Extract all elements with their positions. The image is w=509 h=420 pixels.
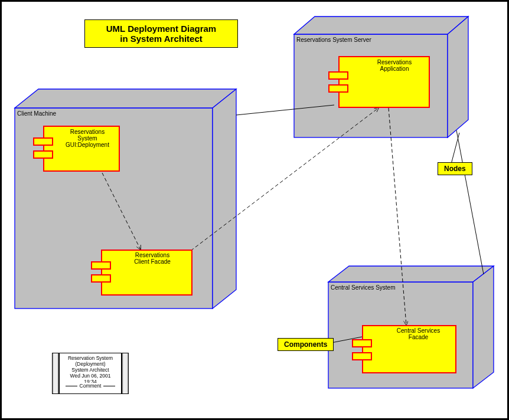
svg-line-12 [236, 105, 334, 115]
info-right-grip [122, 353, 129, 394]
label-client-machine: Client Machine [17, 110, 56, 117]
component-central-facade-prong2 [352, 352, 372, 360]
component-gui-prong2 [33, 150, 53, 159]
info-center: Reservation System (Deployment) System A… [59, 353, 122, 394]
svg-line-14 [451, 133, 459, 164]
svg-line-9 [102, 173, 141, 250]
svg-marker-8 [473, 266, 494, 388]
component-central-facade-text: Central Services Facade [384, 327, 452, 340]
component-reservations-app-prong1 [328, 71, 348, 80]
info-block: Reservation System (Deployment) System A… [52, 353, 129, 394]
svg-line-11 [389, 108, 406, 325]
title-line1: UML Deployment Diagram [106, 24, 216, 34]
component-client-facade-prong1 [91, 261, 111, 270]
svg-line-13 [456, 130, 484, 274]
diagram-canvas: UML Deployment Diagram in System Archite… [0, 0, 509, 420]
info-left-grip [52, 353, 59, 394]
svg-marker-2 [213, 89, 236, 309]
title-line2: in System Architect [120, 34, 203, 44]
diagram-title: UML Deployment Diagram in System Archite… [84, 19, 238, 48]
svg-marker-1 [15, 89, 236, 108]
component-central-facade-prong1 [352, 339, 372, 347]
component-reservations-app-text: Reservations Application [362, 59, 427, 72]
label-central: Central Services System [331, 284, 395, 291]
component-client-facade-text: Reservations Client Facade [120, 252, 185, 265]
component-client-facade-prong2 [91, 274, 111, 283]
annotation-components: Components [278, 338, 334, 351]
component-reservations-app-prong2 [328, 84, 348, 93]
component-gui-prong1 [33, 137, 53, 146]
svg-marker-7 [328, 266, 494, 282]
svg-line-10 [191, 108, 379, 251]
label-server: Reservations System Server [296, 37, 371, 43]
annotation-nodes: Nodes [438, 162, 472, 175]
svg-marker-5 [448, 17, 468, 137]
component-gui-text: Reservations System GUI:Deployment [58, 129, 117, 148]
svg-marker-4 [294, 17, 468, 34]
